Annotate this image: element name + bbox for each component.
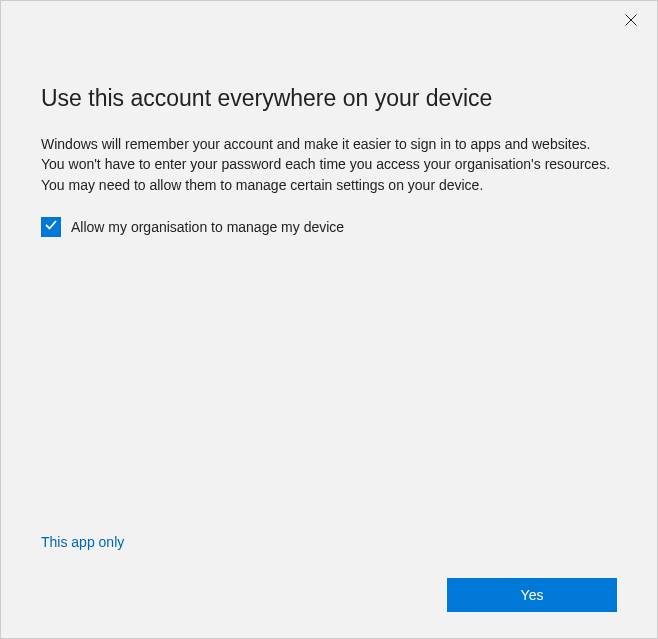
checkbox-row: Allow my organisation to manage my devic… — [41, 217, 617, 237]
checkbox-label: Allow my organisation to manage my devic… — [71, 219, 344, 235]
dialog-content: Use this account everywhere on your devi… — [1, 1, 657, 237]
this-app-only-link[interactable]: This app only — [41, 534, 124, 550]
close-button[interactable] — [619, 9, 643, 33]
dialog-description: Windows will remember your account and m… — [41, 134, 617, 195]
checkmark-icon — [44, 218, 58, 236]
yes-button[interactable]: Yes — [447, 578, 617, 612]
dialog-footer: This app only Yes — [41, 533, 617, 612]
button-row: Yes — [41, 578, 617, 612]
close-icon — [625, 12, 637, 30]
dialog-title: Use this account everywhere on your devi… — [41, 85, 617, 112]
allow-manage-checkbox[interactable] — [41, 217, 61, 237]
